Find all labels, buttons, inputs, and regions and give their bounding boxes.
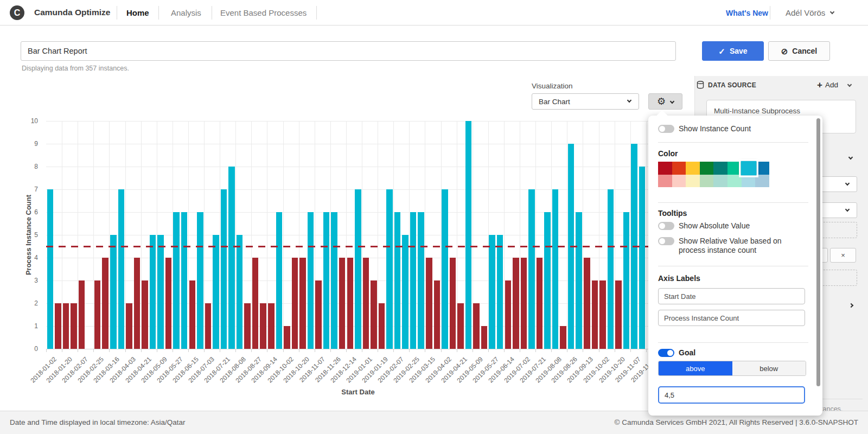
nav-event-based-processes[interactable]: Event Based Processes xyxy=(220,8,307,17)
y-axis-label-input[interactable] xyxy=(658,310,805,326)
bar xyxy=(142,280,148,349)
data-source-heading: DATA SOURCE xyxy=(708,81,756,89)
color-swatch[interactable] xyxy=(755,175,769,188)
gear-icon: ⚙ xyxy=(657,97,666,106)
bar xyxy=(481,326,488,349)
y-tick-label: 3 xyxy=(0,277,42,284)
bar xyxy=(450,258,456,349)
bar xyxy=(63,303,69,349)
color-swatch[interactable] xyxy=(672,162,686,175)
add-data-source-button[interactable]: + Add xyxy=(817,81,838,89)
x-axis-label-input[interactable] xyxy=(658,288,805,304)
user-menu[interactable]: Adél Vörös xyxy=(786,8,825,17)
data-source-name: Multi-Instance Subprocess xyxy=(714,107,800,115)
bar xyxy=(521,258,527,349)
y-tick-label: 0 xyxy=(0,345,42,353)
show-relative-value-toggle[interactable] xyxy=(658,237,674,245)
color-swatch[interactable] xyxy=(658,162,672,175)
goal-line xyxy=(46,246,684,247)
gridline xyxy=(283,121,284,349)
divider xyxy=(658,202,808,203)
chevron-down-icon xyxy=(670,99,674,104)
bar xyxy=(608,189,614,349)
add-label: Add xyxy=(825,81,838,89)
app-header: C Camunda Optimize Home Analysis Event B… xyxy=(0,0,868,25)
bar xyxy=(552,189,559,349)
chart-plot-area[interactable] xyxy=(46,121,684,349)
chevron-down-icon[interactable] xyxy=(830,10,834,14)
goal-above-button[interactable]: above xyxy=(659,361,732,375)
save-button-label: Save xyxy=(730,47,748,55)
cancel-button[interactable]: ⊘ Cancel xyxy=(768,41,830,61)
goal-value-input[interactable] xyxy=(658,386,805,404)
visualization-label: Visualization xyxy=(532,82,573,90)
bar xyxy=(308,212,314,349)
color-swatch-selected[interactable] xyxy=(741,161,756,175)
timezone-note: Date and Time displayed in local timezon… xyxy=(10,418,185,426)
bar xyxy=(173,212,180,349)
bar xyxy=(126,303,132,349)
nav-analysis[interactable]: Analysis xyxy=(171,8,201,17)
nav-home[interactable]: Home xyxy=(126,8,149,17)
color-swatch[interactable] xyxy=(686,175,700,188)
bar xyxy=(331,212,337,349)
bar xyxy=(347,258,354,349)
bar xyxy=(213,235,219,349)
color-swatch[interactable] xyxy=(700,175,714,188)
y-tick-label: 7 xyxy=(0,186,42,193)
bar xyxy=(355,189,361,349)
chevron-down-icon xyxy=(845,207,850,212)
chart-settings-button[interactable]: ⚙ xyxy=(648,93,682,110)
bar xyxy=(505,280,512,349)
bar xyxy=(386,189,393,349)
divider xyxy=(316,6,317,20)
gridline xyxy=(46,167,684,167)
bar xyxy=(442,189,448,349)
bar xyxy=(205,303,212,349)
divider xyxy=(658,142,808,143)
visualization-dropdown[interactable]: Bar Chart xyxy=(532,93,639,110)
bar xyxy=(79,280,85,349)
remove-button[interactable]: × xyxy=(830,248,856,263)
gridline xyxy=(46,144,684,144)
bar xyxy=(134,258,141,349)
color-swatch[interactable] xyxy=(713,175,727,188)
bar xyxy=(165,258,172,349)
goal-toggle[interactable] xyxy=(658,349,674,357)
bar xyxy=(181,212,188,349)
y-tick-label: 4 xyxy=(0,254,42,261)
goal-below-button[interactable]: below xyxy=(732,361,806,375)
report-name-input[interactable] xyxy=(21,41,676,61)
goal-mode-group: above below xyxy=(658,361,806,376)
bar xyxy=(426,258,432,349)
color-swatch[interactable] xyxy=(742,175,756,188)
bar xyxy=(544,212,551,349)
color-swatch[interactable] xyxy=(700,162,714,175)
popup-arrow xyxy=(656,110,668,122)
show-absolute-value-toggle[interactable] xyxy=(658,222,674,230)
color-swatch[interactable] xyxy=(713,162,727,175)
save-button[interactable]: ✓ Save xyxy=(702,41,764,61)
whats-new-link[interactable]: What's New xyxy=(726,9,768,17)
color-swatch[interactable] xyxy=(727,175,742,188)
color-swatch[interactable] xyxy=(686,162,700,175)
bar xyxy=(363,258,369,349)
divider xyxy=(658,342,808,343)
data-source-header: DATA SOURCE xyxy=(697,81,756,89)
color-swatch[interactable] xyxy=(658,175,672,188)
bar xyxy=(102,258,108,349)
bar xyxy=(94,280,101,349)
popup-scrollbar-thumb[interactable] xyxy=(816,118,820,386)
show-instance-count-toggle[interactable] xyxy=(658,125,674,133)
bar xyxy=(410,212,417,349)
y-tick-label: 9 xyxy=(0,140,42,148)
color-swatch[interactable] xyxy=(755,162,769,175)
gridline xyxy=(46,189,684,190)
color-swatch[interactable] xyxy=(727,162,742,175)
color-swatch[interactable] xyxy=(672,175,686,188)
bar xyxy=(434,280,441,349)
bar xyxy=(465,121,472,349)
bar xyxy=(615,280,622,349)
bar xyxy=(221,189,227,349)
close-icon: × xyxy=(841,251,845,259)
